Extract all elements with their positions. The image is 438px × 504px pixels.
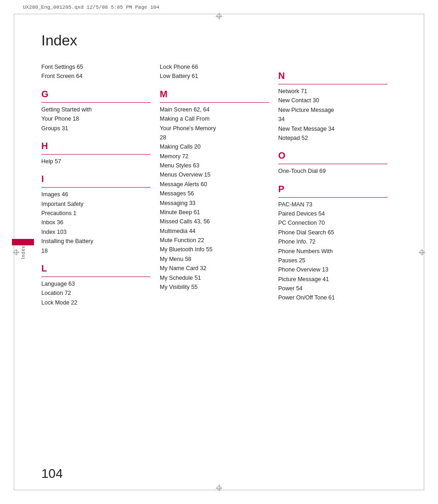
list-item: Phone Dial Search 65 [278,228,387,237]
header-line: UX280_Eng_081205.qxd 12/5/08 5:05 PM Pag… [23,5,415,10]
list-item: Messages 56 [160,189,269,198]
list-item: Language 63 [41,280,151,288]
list-item: Font Settings 65 [41,63,151,72]
list-item: Mute Function 22 [160,236,269,245]
list-item: Menus Overview 15 [160,171,269,179]
list-item: 34 [278,115,387,124]
side-label-bar [12,239,34,245]
list-item: Messaging 33 [160,199,269,208]
col3-section-p: P PAC-MAN 73 Paired Devices 54 PC Connec… [278,182,387,303]
list-item: Index 103 [41,228,151,237]
col1-section-i: I Images 46 Important Safety Precautions… [41,172,151,255]
col-3: N Network 71 New Contact 30 New Picture … [278,63,397,303]
col3-section-n: N Network 71 New Contact 30 New Picture … [278,68,387,143]
list-item: Menu Styles 63 [160,161,269,170]
list-item: Message Alerts 60 [160,180,269,189]
list-item: New Text Message 34 [278,125,387,133]
list-item: My Name Card 32 [160,264,269,273]
crosshair-right [419,249,425,255]
section-divider-o [278,164,387,164]
list-item: Your Phone's Memory [160,124,269,133]
list-item: 28 [160,133,269,142]
list-item: Location 72 [41,289,151,298]
list-item: PAC-MAN 73 [278,200,387,209]
section-letter-g: G [41,87,151,101]
list-item: Images 46 [41,190,151,199]
list-item: Phone Info. 72 [278,238,387,246]
index-layout: Font Settings 65 Front Screen 64 G Getti… [41,63,397,308]
col1-top-entries: Font Settings 65 Front Screen 64 [41,63,151,81]
section-divider-l [41,277,151,277]
list-item: 18 [41,247,151,255]
section-letter-o: O [278,148,387,163]
section-letter-n: N [278,68,387,83]
list-item: New Contact 30 [278,96,387,105]
list-item: Multimedia 44 [160,227,269,236]
section-divider-m [160,102,269,103]
list-item: Main Screen 62, 64 [160,105,269,114]
page-number: 104 [41,466,63,481]
col3-section-o: O One-Touch Dial 69 [278,148,387,176]
list-item: Missed Calls 43, 56 [160,217,269,226]
list-item: Groups 31 [41,124,151,133]
section-letter-p: P [278,182,387,196]
list-item: Paired Devices 54 [278,210,387,218]
list-item: Lock Mode 22 [41,299,151,307]
list-item: Getting Started with [41,105,151,114]
list-item: Minute Beep 61 [160,208,269,217]
list-item: Low Battery 61 [160,72,269,81]
list-item: Power 54 [278,284,387,293]
section-divider-g [41,102,151,103]
list-item: Inbox 36 [41,218,151,227]
list-item: Important Safety [41,200,151,209]
list-item: Making a Call From [160,115,269,123]
col1-section-g: G Getting Started with Your Phone 18 Gro… [41,87,151,133]
list-item: My Menu 58 [160,255,269,264]
list-item: Installing the Battery [41,237,151,246]
list-item: One-Touch Dial 69 [278,167,387,176]
section-letter-m: M [160,87,269,101]
list-item: Notepad 52 [278,134,387,143]
side-label: Index [21,245,26,259]
section-divider-h [41,154,151,155]
list-item: Power On/Off Tone 61 [278,294,387,302]
section-divider-n [278,84,387,84]
page-title: Index [41,32,397,49]
list-item: Precautions 1 [41,209,151,218]
header-text: UX280_Eng_081205.qxd 12/5/08 5:05 PM Pag… [23,5,159,10]
list-item: Your Phone 18 [41,115,151,123]
list-item: Picture Message 41 [278,275,387,284]
section-letter-l: L [41,261,151,276]
list-item: Lock Phone 66 [160,63,269,72]
list-item: My Visibility 55 [160,283,269,292]
section-divider-i [41,187,151,188]
list-item: Network 71 [278,87,387,96]
col1-section-h: H Help 57 [41,138,151,166]
section-letter-i: I [41,172,151,186]
col2-top-entries: Lock Phone 66 Low Battery 61 [160,63,269,81]
list-item: Memory 72 [160,152,269,161]
list-item: New Picture Message [278,106,387,115]
section-letter-h: H [41,138,151,153]
list-item: My Schedule 51 [160,274,269,282]
list-item: Phone Numbers With [278,247,387,256]
list-item: My Bluetooth Info 55 [160,245,269,254]
col-2: Lock Phone 66 Low Battery 61 M Main Scre… [160,63,278,292]
col1-section-l: L Language 63 Location 72 Lock Mode 22 [41,261,151,307]
list-item: Help 57 [41,157,151,166]
list-item: Making Calls 20 [160,143,269,151]
list-item: PC Connection 70 [278,219,387,227]
col-1: Font Settings 65 Front Screen 64 G Getti… [41,63,160,308]
crosshair-left [13,249,19,255]
list-item: Pauses 25 [278,256,387,265]
list-item: Front Screen 64 [41,72,151,81]
crosshair-bottom [216,485,222,491]
col2-section-m: M Main Screen 62, 64 Making a Call From … [160,87,269,292]
list-item: Phone Overview 13 [278,266,387,274]
section-divider-p [278,197,387,198]
crosshair-top [216,13,222,19]
